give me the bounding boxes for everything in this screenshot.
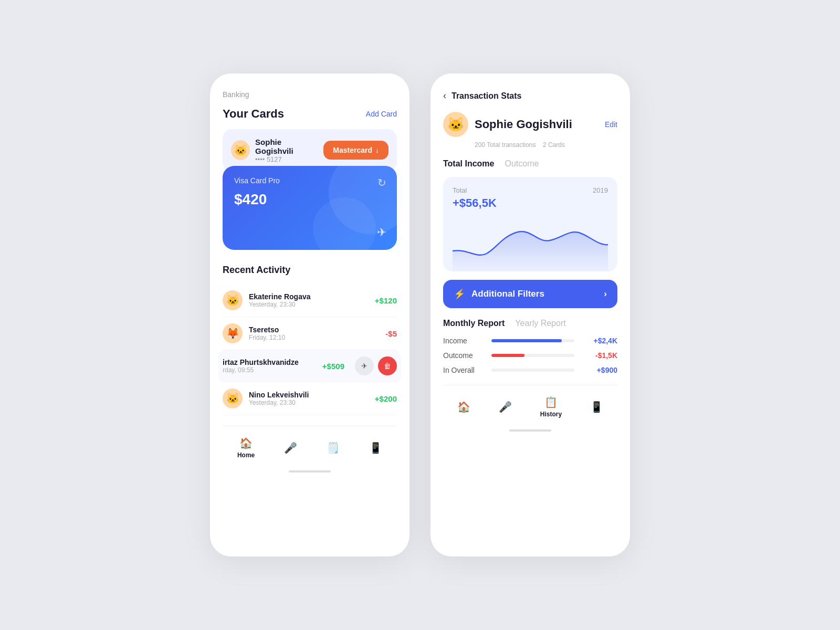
profile-name: Sophie Gogishvili <box>475 118 598 131</box>
activity-name: Nino Lekveishvili <box>249 391 369 399</box>
total-transactions: 200 Total transactions <box>475 141 536 149</box>
report-tabs: Monthly Report Yearly Report <box>443 319 617 328</box>
activity-time: rday, 09:55 <box>223 366 316 374</box>
chevron-right-icon: › <box>604 289 607 299</box>
mastercard-button[interactable]: Mastercard ↓ <box>323 141 388 160</box>
tab-yearly-report[interactable]: Yearly Report <box>515 319 565 328</box>
activity-time: Yesterday, 23:30 <box>249 399 369 406</box>
user-avatar: 🐱 <box>231 140 250 160</box>
your-cards-header: Your Cards Add Card <box>223 107 397 121</box>
card-user-name: Sophie Gogishvili <box>255 138 318 155</box>
bottom-nav-right: 🏠 🎤 📋 History 📱 <box>443 385 617 424</box>
overall-bar-wrap <box>491 369 574 372</box>
action-buttons: ✈ 🗑 <box>355 356 397 375</box>
activity-name: Ekaterine Rogava <box>249 292 369 301</box>
profile-sub: 200 Total transactions 2 Cards <box>443 141 617 149</box>
bottom-nav: 🏠 Home 🎤 🗒️ 📱 <box>223 426 397 465</box>
home-icon-right: 🏠 <box>457 401 470 413</box>
chart-svg <box>453 214 608 271</box>
your-cards-title: Your Cards <box>223 107 284 121</box>
visa-card-icons: ✈ <box>377 226 386 239</box>
visa-card-name: Visa Card Pro <box>234 176 385 185</box>
activity-info: Tseretso Friday, 12:10 <box>249 326 379 341</box>
delete-button[interactable]: 🗑 <box>378 356 397 375</box>
chart-container: Total 2019 +$56,5K <box>443 177 617 271</box>
nav-phone-right[interactable]: 📱 <box>584 398 610 415</box>
nav-home[interactable]: 🏠 Home <box>231 435 261 461</box>
filter-icon: ⚡ <box>454 288 465 300</box>
card-user-row: 🐱 Sophie Gogishvili •••• 5127 Mastercard… <box>223 129 397 171</box>
activity-avatar: 🐱 <box>223 290 243 310</box>
nav-home-label: Home <box>237 452 255 459</box>
activity-avatar: 🐱 <box>223 388 243 408</box>
nav-history[interactable]: 📋 History <box>534 394 568 420</box>
activity-amount: +$200 <box>375 394 397 403</box>
report-item-overall: In Overall +$900 <box>443 366 617 374</box>
mastercard-arrow-icon: ↓ <box>375 146 379 154</box>
history-icon: 📋 <box>544 396 558 408</box>
additional-filters-button[interactable]: ⚡ Additional Filters › <box>443 280 617 308</box>
back-button[interactable]: ‹ <box>443 90 446 101</box>
activity-item-active: irtaz Phurtskhvanidze rday, 09:55 +$509 … <box>218 350 401 382</box>
recent-activity-title: Recent Activity <box>223 265 397 276</box>
activity-amount: +$120 <box>375 296 397 305</box>
activity-time: Yesterday, 23:30 <box>249 301 369 308</box>
add-card-button[interactable]: Add Card <box>366 110 397 118</box>
profile-row: 🐱 Sophie Gogishvili Edit <box>443 112 617 137</box>
activity-item: 🦊 Tseretso Friday, 12:10 -$5 <box>223 317 397 350</box>
outcome-bar <box>491 354 524 357</box>
profile-avatar: 🐱 <box>443 112 468 137</box>
filter-label: Additional Filters <box>471 289 544 299</box>
income-amount: +$2,4K <box>581 337 617 345</box>
tab-total-income[interactable]: Total Income <box>443 159 495 169</box>
home-bar-right <box>509 429 551 432</box>
income-bar-wrap <box>491 339 574 342</box>
activity-avatar: 🦊 <box>223 323 243 343</box>
chart-value: +$56,5K <box>453 196 608 210</box>
mastercard-label: Mastercard <box>333 146 372 154</box>
activity-amount: -$5 <box>385 329 397 338</box>
nav-mic[interactable]: 🎤 <box>278 439 303 456</box>
history-label: History <box>540 411 562 418</box>
page-title: Transaction Stats <box>452 91 521 101</box>
filter-left: ⚡ Additional Filters <box>454 288 544 300</box>
mic-icon-right: 🎤 <box>499 401 512 413</box>
income-tab-row: Total Income Outcome <box>443 159 617 169</box>
nav-home-right[interactable]: 🏠 <box>451 398 477 415</box>
tab-monthly-report[interactable]: Monthly Report <box>443 319 505 328</box>
edit-button[interactable]: Edit <box>605 120 617 129</box>
income-label: Income <box>443 337 485 345</box>
nav-phone[interactable]: 📱 <box>363 439 388 456</box>
report-list: Income +$2,4K Outcome -$1,5K In Overall … <box>443 337 617 374</box>
chart-year-label: 2019 <box>593 186 608 194</box>
overall-amount: +$900 <box>581 366 617 374</box>
visa-card[interactable]: ↻ Visa Card Pro $420 ✈ <box>223 166 397 250</box>
card-user-number: •••• 5127 <box>255 155 318 163</box>
outcome-bar-wrap <box>491 354 574 357</box>
mic-icon: 🎤 <box>284 442 297 454</box>
report-item-outcome: Outcome -$1,5K <box>443 351 617 360</box>
visa-card-amount: $420 <box>234 191 385 208</box>
activity-name: Tseretso <box>249 326 379 334</box>
refresh-icon[interactable]: ↻ <box>377 176 386 189</box>
left-phone: Banking Your Cards Add Card 🐱 Sophie Gog… <box>210 74 410 556</box>
activity-item: 🐱 Nino Lekveishvili Yesterday, 23:30 +$2… <box>223 382 397 415</box>
home-icon: 🏠 <box>239 437 253 449</box>
phone-icon: 📱 <box>369 442 382 454</box>
send-button[interactable]: ✈ <box>355 356 374 375</box>
phone-icon-right: 📱 <box>590 401 603 413</box>
nav-notes[interactable]: 🗒️ <box>320 439 346 456</box>
activity-info: irtaz Phurtskhvanidze rday, 09:55 <box>223 358 316 374</box>
outcome-amount: -$1,5K <box>581 351 617 360</box>
tab-outcome[interactable]: Outcome <box>505 159 539 169</box>
back-header: ‹ Transaction Stats <box>443 90 617 101</box>
activity-info: Ekaterine Rogava Yesterday, 23:30 <box>249 292 369 308</box>
overall-label: In Overall <box>443 366 485 374</box>
card-user-info: Sophie Gogishvili •••• 5127 <box>255 138 318 163</box>
outcome-label: Outcome <box>443 351 485 360</box>
notes-icon: 🗒️ <box>327 442 340 454</box>
send-icon: ✈ <box>377 226 386 239</box>
chart-header: Total 2019 <box>453 186 608 194</box>
activity-info: Nino Lekveishvili Yesterday, 23:30 <box>249 391 369 406</box>
nav-mic-right[interactable]: 🎤 <box>492 398 518 415</box>
